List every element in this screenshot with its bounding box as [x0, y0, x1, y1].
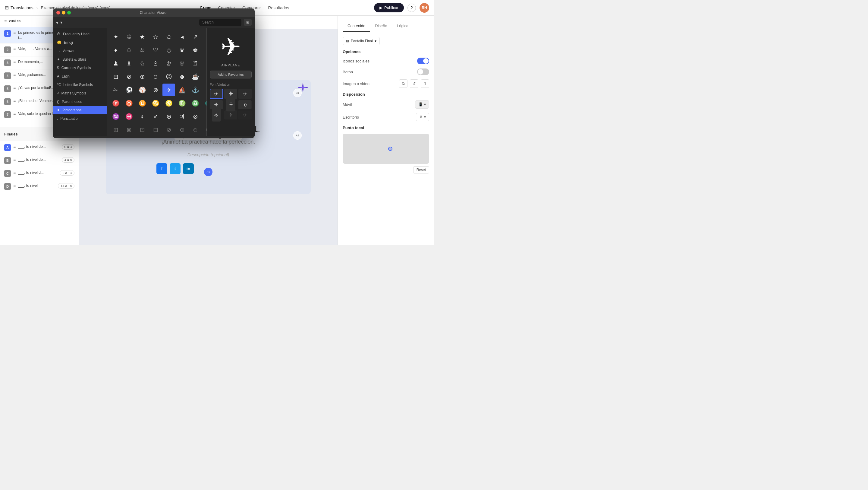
tab-contenido[interactable]: Contenido [343, 21, 370, 32]
symbol-cell[interactable]: ☻ [176, 70, 188, 83]
symbol-cell[interactable]: ♟ [110, 57, 122, 70]
symbol-cell[interactable]: ⊘ [162, 123, 175, 136]
symbol-cell[interactable]: ♕ [176, 57, 188, 70]
final-item-d[interactable]: D ≡ ___, tu nivel 14 a 18 [0, 180, 79, 193]
category-frequently-used[interactable]: ⏱ Frequently Used [53, 30, 107, 38]
symbol-cell[interactable]: ⚓ [189, 84, 202, 96]
window-minimize-button[interactable] [62, 11, 65, 15]
font-variant-9[interactable]: ✈ [239, 110, 252, 119]
mobile-device-button[interactable]: 📱 ▾ [415, 100, 429, 109]
category-parentheses[interactable]: () Parentheses [53, 97, 107, 106]
symbol-cell[interactable]: ♄ [202, 110, 207, 123]
symbol-cell[interactable]: ♦ [110, 44, 122, 56]
font-variant-6[interactable]: ✈ [239, 100, 252, 109]
symbol-cell[interactable]: ♤ [123, 44, 135, 56]
symbol-cell[interactable]: ♲ [123, 30, 135, 43]
font-variant-8[interactable]: ✈ [224, 110, 238, 119]
category-emoji[interactable]: 😊 Emoji [53, 38, 107, 47]
character-viewer-modal[interactable]: Character Viewer ◂ ▾ ⊞ ⏱ Frequently Used… [53, 8, 255, 138]
copy-image-button[interactable]: ⧉ [399, 79, 407, 88]
symbol-cell[interactable]: ♠ [202, 30, 207, 43]
symbol-cell[interactable]: ⊞ [110, 123, 122, 136]
symbol-cell[interactable]: ♜ [202, 44, 207, 56]
screen-selector[interactable]: ⊞ Pantalla Final ▾ [343, 37, 380, 45]
symbol-cell[interactable]: ♂ [149, 110, 162, 123]
symbol-cell[interactable]: ⊗ [189, 110, 202, 123]
symbol-cell[interactable]: ☺ [189, 123, 202, 136]
final-item-b[interactable]: B ≡ ___, tu nivel de... 4 a 8 [0, 154, 79, 167]
font-variant-4[interactable]: ✈ [210, 100, 223, 109]
font-variant-2[interactable]: ✈ [224, 89, 238, 99]
final-item-c[interactable]: C ≡ ___, tu nivel d... 9 a 13 [0, 167, 79, 180]
font-variant-7[interactable]: ✈ [212, 108, 221, 122]
symbol-cell[interactable]: ♖ [189, 57, 202, 70]
tab-logica[interactable]: Lógica [392, 21, 413, 32]
category-arrows[interactable]: → Arrows [53, 47, 107, 55]
publish-button[interactable]: ▶ Publicar [374, 3, 404, 12]
symbol-cell[interactable]: ✈ [162, 84, 175, 96]
reset-focal-button[interactable]: Reset [413, 166, 429, 173]
symbol-cell[interactable]: ⊕ [162, 110, 175, 123]
symbol-cell[interactable]: ♏ [202, 97, 207, 110]
iconos-sociales-toggle[interactable] [417, 58, 429, 64]
symbol-cell[interactable]: ☹ [162, 70, 175, 83]
symbol-cell[interactable]: ♃ [176, 110, 188, 123]
symbol-cell[interactable]: ☕ [189, 70, 202, 83]
symbol-cell[interactable]: ★ [136, 30, 149, 43]
symbol-cell[interactable]: ♒ [110, 110, 122, 123]
symbol-cell[interactable]: ⚙ [202, 70, 207, 83]
symbol-cell[interactable]: ♌ [162, 97, 175, 110]
symbol-cell[interactable]: ⛵ [176, 84, 188, 96]
symbol-cell[interactable]: ♘ [136, 57, 149, 70]
symbol-cell[interactable]: ↗ [189, 30, 202, 43]
symbol-cell[interactable]: ♨ [202, 84, 207, 96]
symbol-cell[interactable]: ♡ [149, 44, 162, 56]
symbol-cell[interactable]: ☆ [149, 30, 162, 43]
nav-dropdown-icon[interactable]: ▾ [60, 20, 62, 25]
add-to-favourites-button[interactable]: Add to Favourites [210, 70, 252, 79]
symbol-cell[interactable]: ✩ [162, 30, 175, 43]
symbol-cell[interactable]: ⊠ [123, 123, 135, 136]
symbol-cell[interactable]: ⊟ [110, 70, 122, 83]
symbol-cell[interactable]: ✁ [110, 84, 122, 96]
boton-toggle[interactable] [417, 68, 429, 75]
grid-view-button[interactable]: ⊞ [244, 19, 252, 26]
help-button[interactable]: ? [407, 4, 416, 12]
tab-diseno[interactable]: Diseño [370, 21, 392, 32]
character-search-input[interactable] [199, 19, 241, 26]
font-variant-3[interactable]: ✈ [239, 89, 252, 99]
symbol-cell[interactable]: ♛ [176, 44, 188, 56]
symbol-cell[interactable]: ♗ [123, 57, 135, 70]
symbol-cell[interactable]: ♙ [149, 57, 162, 70]
description-placeholder[interactable]: Descripción (opcional) [156, 152, 260, 157]
symbol-cell[interactable]: ⊡ [136, 123, 149, 136]
symbol-cell[interactable]: ♚ [189, 44, 202, 56]
nav-back-icon[interactable]: ◂ [56, 20, 58, 25]
category-bullets-stars[interactable]: ✦ Bullets & Stars [53, 55, 107, 64]
symbol-cell[interactable]: ☺ [149, 70, 162, 83]
final-item-a[interactable]: A ≡ ___, tu nivel de... 0 a 3 [0, 141, 79, 154]
symbol-cell[interactable]: ♉ [123, 97, 135, 110]
symbol-cell[interactable]: ◇ [162, 44, 175, 56]
nav-resultados[interactable]: Resultados [268, 4, 289, 11]
category-maths[interactable]: √ Maths Symbols [53, 89, 107, 97]
window-maximize-button[interactable] [67, 11, 71, 15]
font-variant-1[interactable]: ✈ [210, 89, 223, 99]
replace-image-button[interactable]: ↺ [410, 79, 418, 88]
symbol-cell[interactable]: ◂ [176, 30, 188, 43]
symbol-cell[interactable]: ♓ [123, 110, 135, 123]
delete-image-button[interactable]: 🗑 [421, 79, 429, 88]
symbol-cell[interactable]: ⊞ [202, 57, 207, 70]
category-pictographs[interactable]: ✈ Pictographs [53, 106, 107, 114]
app-name[interactable]: Translations [10, 5, 33, 10]
category-currency[interactable]: $ Currency Symbols [53, 64, 107, 72]
symbol-cell[interactable]: ♍ [176, 97, 188, 110]
symbol-cell[interactable]: ⊘ [123, 70, 135, 83]
symbol-cell[interactable]: ⊕ [176, 123, 188, 136]
symbol-cell[interactable]: ⊗ [149, 84, 162, 96]
symbol-cell[interactable]: ♎ [189, 97, 202, 110]
symbol-cell[interactable]: ♔ [162, 57, 175, 70]
desktop-device-button[interactable]: 🖥 ▾ [416, 113, 429, 121]
symbol-cell[interactable]: ♧ [136, 44, 149, 56]
avatar[interactable]: RH [420, 3, 429, 13]
